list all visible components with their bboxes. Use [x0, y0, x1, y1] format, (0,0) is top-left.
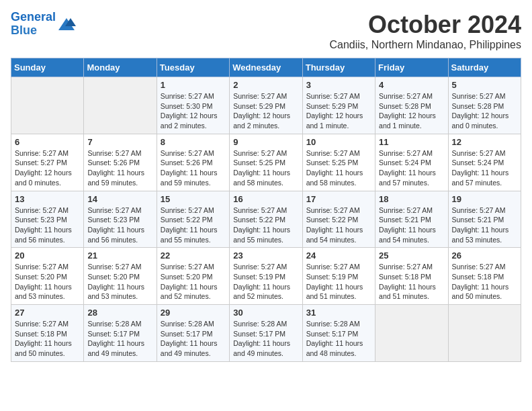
day-info: Sunrise: 5:27 AM Sunset: 5:28 PM Dayligh… [379, 91, 444, 131]
day-number: 8 [161, 137, 226, 147]
day-number: 5 [452, 80, 517, 90]
day-number: 26 [452, 250, 517, 261]
location-title: Candiis, Northern Mindanao, Philippines [330, 39, 522, 51]
day-info: Sunrise: 5:27 AM Sunset: 5:26 PM Dayligh… [87, 148, 152, 188]
day-info: Sunrise: 5:27 AM Sunset: 5:23 PM Dayligh… [87, 205, 152, 245]
day-info: Sunrise: 5:27 AM Sunset: 5:29 PM Dayligh… [233, 91, 298, 131]
calendar-cell: 4Sunrise: 5:27 AM Sunset: 5:28 PM Daylig… [375, 77, 448, 134]
day-number: 14 [87, 194, 152, 204]
weekday-header: Friday [375, 58, 448, 77]
day-info: Sunrise: 5:27 AM Sunset: 5:20 PM Dayligh… [15, 262, 80, 302]
title-block: October 2024 Candiis, Northern Mindanao,… [330, 11, 522, 51]
day-number: 23 [233, 250, 298, 261]
calendar-cell: 10Sunrise: 5:27 AM Sunset: 5:25 PM Dayli… [302, 134, 375, 191]
day-number: 6 [15, 137, 80, 147]
calendar-cell: 17Sunrise: 5:27 AM Sunset: 5:22 PM Dayli… [302, 191, 375, 248]
day-number: 3 [306, 80, 371, 90]
day-number: 13 [15, 194, 80, 204]
day-info: Sunrise: 5:27 AM Sunset: 5:28 PM Dayligh… [452, 91, 517, 131]
day-number: 22 [161, 250, 226, 261]
weekday-header: Tuesday [157, 58, 229, 77]
calendar-cell: 11Sunrise: 5:27 AM Sunset: 5:24 PM Dayli… [375, 134, 448, 191]
page-header: General Blue October 2024 Candiis, North… [11, 11, 521, 51]
weekday-header: Sunday [11, 58, 84, 77]
calendar-cell: 27Sunrise: 5:27 AM Sunset: 5:18 PM Dayli… [11, 305, 84, 362]
weekday-header: Wednesday [230, 58, 302, 77]
day-info: Sunrise: 5:27 AM Sunset: 5:22 PM Dayligh… [233, 205, 298, 245]
calendar-cell: 7Sunrise: 5:27 AM Sunset: 5:26 PM Daylig… [84, 134, 157, 191]
calendar-cell: 31Sunrise: 5:28 AM Sunset: 5:17 PM Dayli… [302, 305, 375, 362]
calendar-cell: 13Sunrise: 5:27 AM Sunset: 5:23 PM Dayli… [11, 191, 84, 248]
day-number: 18 [379, 194, 444, 204]
calendar-week-row: 20Sunrise: 5:27 AM Sunset: 5:20 PM Dayli… [11, 248, 521, 305]
calendar-cell [448, 305, 521, 362]
day-info: Sunrise: 5:27 AM Sunset: 5:18 PM Dayligh… [379, 262, 444, 302]
day-info: Sunrise: 5:27 AM Sunset: 5:21 PM Dayligh… [452, 205, 517, 245]
weekday-header-row: SundayMondayTuesdayWednesdayThursdayFrid… [11, 58, 521, 77]
day-info: Sunrise: 5:27 AM Sunset: 5:19 PM Dayligh… [233, 262, 298, 302]
day-info: Sunrise: 5:27 AM Sunset: 5:24 PM Dayligh… [452, 148, 517, 188]
day-info: Sunrise: 5:28 AM Sunset: 5:17 PM Dayligh… [161, 319, 226, 359]
day-number: 30 [233, 308, 298, 318]
day-number: 7 [87, 137, 152, 147]
calendar-week-row: 13Sunrise: 5:27 AM Sunset: 5:23 PM Dayli… [11, 191, 521, 248]
day-number: 4 [379, 80, 444, 90]
calendar-cell: 3Sunrise: 5:27 AM Sunset: 5:29 PM Daylig… [302, 77, 375, 134]
day-number: 16 [233, 194, 298, 204]
calendar-week-row: 6Sunrise: 5:27 AM Sunset: 5:27 PM Daylig… [11, 134, 521, 191]
calendar-cell [84, 77, 157, 134]
day-info: Sunrise: 5:27 AM Sunset: 5:23 PM Dayligh… [15, 205, 80, 245]
day-number: 1 [161, 80, 226, 90]
day-info: Sunrise: 5:27 AM Sunset: 5:25 PM Dayligh… [233, 148, 298, 188]
day-number: 17 [306, 194, 371, 204]
calendar-cell: 18Sunrise: 5:27 AM Sunset: 5:21 PM Dayli… [375, 191, 448, 248]
day-number: 2 [233, 80, 298, 90]
day-number: 28 [87, 308, 152, 318]
day-number: 25 [379, 250, 444, 261]
calendar-cell: 26Sunrise: 5:27 AM Sunset: 5:18 PM Dayli… [448, 248, 521, 305]
day-info: Sunrise: 5:28 AM Sunset: 5:17 PM Dayligh… [233, 319, 298, 359]
day-number: 24 [306, 250, 371, 261]
day-number: 19 [452, 194, 517, 204]
day-info: Sunrise: 5:27 AM Sunset: 5:18 PM Dayligh… [15, 319, 80, 359]
calendar-cell [11, 77, 84, 134]
calendar-cell: 16Sunrise: 5:27 AM Sunset: 5:22 PM Dayli… [230, 191, 302, 248]
logo-icon [57, 17, 76, 32]
calendar-cell: 23Sunrise: 5:27 AM Sunset: 5:19 PM Dayli… [230, 248, 302, 305]
logo: General Blue [11, 11, 76, 38]
day-info: Sunrise: 5:27 AM Sunset: 5:30 PM Dayligh… [161, 91, 226, 131]
calendar-cell [375, 305, 448, 362]
day-info: Sunrise: 5:27 AM Sunset: 5:25 PM Dayligh… [306, 148, 371, 188]
calendar-cell: 14Sunrise: 5:27 AM Sunset: 5:23 PM Dayli… [84, 191, 157, 248]
calendar-cell: 12Sunrise: 5:27 AM Sunset: 5:24 PM Dayli… [448, 134, 521, 191]
day-info: Sunrise: 5:27 AM Sunset: 5:22 PM Dayligh… [306, 205, 371, 245]
day-number: 20 [15, 250, 80, 261]
calendar-cell: 30Sunrise: 5:28 AM Sunset: 5:17 PM Dayli… [230, 305, 302, 362]
day-info: Sunrise: 5:27 AM Sunset: 5:18 PM Dayligh… [452, 262, 517, 302]
day-info: Sunrise: 5:27 AM Sunset: 5:21 PM Dayligh… [379, 205, 444, 245]
calendar-cell: 6Sunrise: 5:27 AM Sunset: 5:27 PM Daylig… [11, 134, 84, 191]
day-info: Sunrise: 5:27 AM Sunset: 5:22 PM Dayligh… [161, 205, 226, 245]
calendar-week-row: 1Sunrise: 5:27 AM Sunset: 5:30 PM Daylig… [11, 77, 521, 134]
day-info: Sunrise: 5:28 AM Sunset: 5:17 PM Dayligh… [306, 319, 371, 359]
calendar-cell: 25Sunrise: 5:27 AM Sunset: 5:18 PM Dayli… [375, 248, 448, 305]
weekday-header: Thursday [302, 58, 375, 77]
logo-text: General Blue [11, 11, 56, 38]
day-info: Sunrise: 5:27 AM Sunset: 5:24 PM Dayligh… [379, 148, 444, 188]
calendar-cell: 28Sunrise: 5:28 AM Sunset: 5:17 PM Dayli… [84, 305, 157, 362]
day-number: 27 [15, 308, 80, 318]
day-info: Sunrise: 5:27 AM Sunset: 5:27 PM Dayligh… [15, 148, 80, 188]
day-number: 21 [87, 250, 152, 261]
day-number: 10 [306, 137, 371, 147]
calendar-table: SundayMondayTuesdayWednesdayThursdayFrid… [11, 58, 521, 362]
calendar-cell: 2Sunrise: 5:27 AM Sunset: 5:29 PM Daylig… [230, 77, 302, 134]
day-number: 12 [452, 137, 517, 147]
weekday-header: Monday [84, 58, 157, 77]
day-number: 11 [379, 137, 444, 147]
calendar-cell: 1Sunrise: 5:27 AM Sunset: 5:30 PM Daylig… [157, 77, 229, 134]
day-number: 9 [233, 137, 298, 147]
day-info: Sunrise: 5:27 AM Sunset: 5:19 PM Dayligh… [306, 262, 371, 302]
calendar-cell: 5Sunrise: 5:27 AM Sunset: 5:28 PM Daylig… [448, 77, 521, 134]
day-number: 15 [161, 194, 226, 204]
weekday-header: Saturday [448, 58, 521, 77]
